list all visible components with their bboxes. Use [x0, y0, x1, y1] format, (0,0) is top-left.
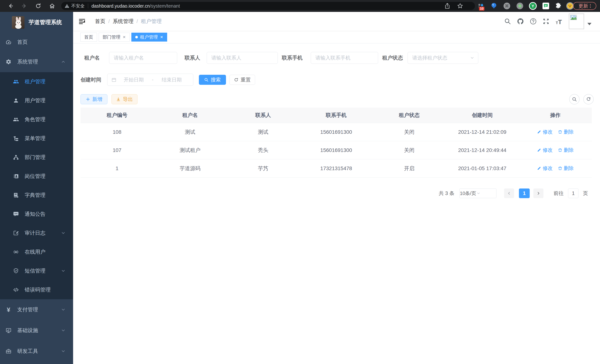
divider	[88, 3, 88, 8]
reset-button[interactable]: 重置	[229, 75, 255, 85]
org-chart-icon	[12, 154, 20, 160]
github-icon[interactable]	[517, 18, 524, 25]
toggle-search-button[interactable]	[569, 94, 580, 104]
svg-text:Y: Y	[532, 4, 534, 8]
sidebar-item-infra[interactable]: 基础设施	[0, 320, 73, 341]
cell-mobile: 15601691300	[300, 147, 373, 153]
text-size-icon[interactable]: TT	[555, 18, 562, 25]
sidebar-item-audit-log[interactable]: 审计日志	[0, 224, 73, 243]
edit-link[interactable]: 修改	[537, 147, 553, 153]
export-button[interactable]: 导出	[112, 94, 138, 104]
badge-icon	[12, 173, 20, 179]
edit-link[interactable]: 修改	[537, 165, 553, 172]
col-header: 租户名	[154, 112, 227, 119]
sidebar-item-home[interactable]: 首页	[0, 33, 73, 51]
cell-mobile: 15601691300	[300, 129, 373, 135]
close-icon[interactable]: ✕	[160, 35, 163, 39]
refresh-icon	[586, 97, 591, 102]
gear-icon	[4, 59, 13, 65]
trash-icon	[558, 130, 562, 134]
contact-input[interactable]	[207, 52, 278, 64]
extension-icon-2[interactable]	[491, 3, 497, 9]
sidebar-item-error-code[interactable]: 错误码管理	[0, 280, 73, 299]
help-icon[interactable]	[530, 18, 536, 25]
forward-icon[interactable]	[21, 3, 28, 9]
trash-icon	[558, 148, 562, 152]
edit-pen-icon	[12, 230, 20, 236]
sidebar-item-tenant[interactable]: 租户管理	[0, 72, 73, 91]
sidebar-item-menu[interactable]: 菜单管理	[0, 129, 73, 148]
sidebar-item-post[interactable]: 岗位管理	[0, 167, 73, 186]
sidebar-item-label: 菜单管理	[25, 135, 46, 142]
breadcrumb-system[interactable]: 系统管理	[113, 18, 134, 25]
extension-icon-3[interactable]: ⌘	[503, 2, 510, 9]
delete-link[interactable]: 删除	[558, 147, 574, 153]
page-size-select[interactable]: 10条/页	[459, 188, 497, 198]
tab-tenant[interactable]: 租户管理✕	[131, 33, 167, 42]
shield-check-icon	[12, 268, 20, 274]
avatar-caret-icon[interactable]	[587, 23, 591, 25]
delete-link[interactable]: 删除	[558, 129, 574, 135]
not-secure-warning-icon	[65, 4, 69, 8]
status-select[interactable]: 请选择租户状态	[408, 52, 478, 64]
main-content: 租户名 联系人 联系手机 租户状态 请选择租户状态 创建时间 开始日期 - 结束…	[73, 43, 600, 364]
add-button[interactable]: 新增	[81, 94, 107, 104]
sidebar-item-role[interactable]: 角色管理	[0, 110, 73, 129]
mobile-input[interactable]	[311, 52, 378, 64]
current-page-button[interactable]: 1	[519, 188, 530, 198]
screen: 不安全 dashboard.yudao.iocoder.cn/system/te…	[0, 0, 600, 364]
app-title: 芋道管理系统	[28, 19, 62, 26]
sidebar-item-devtools[interactable]: 研发工具	[0, 341, 73, 362]
pagination-total: 共 3 条	[439, 188, 454, 198]
sidebar-item-system[interactable]: 系统管理	[0, 51, 73, 72]
url-text[interactable]: dashboard.yudao.iocoder.cn/system/tenant	[92, 3, 180, 9]
sidebar-item-label: 租户管理	[25, 78, 46, 85]
bookmark-star-icon[interactable]	[457, 3, 463, 9]
extension-icon-6[interactable]	[543, 3, 549, 9]
edit-link[interactable]: 修改	[537, 129, 553, 135]
sidebar-item-user[interactable]: 用户管理	[0, 91, 73, 110]
table-header-row: 租户编号 租户名 联系人 联系手机 租户状态 创建时间 操作	[81, 108, 592, 123]
browser-menu-icon[interactable]	[590, 4, 591, 8]
sidebar-item-sms[interactable]: 短信管理	[0, 261, 73, 280]
tenant-name-input[interactable]	[109, 52, 177, 64]
extension-emoji-icon[interactable]	[566, 2, 574, 10]
refresh-table-button[interactable]	[583, 94, 594, 104]
home-icon[interactable]	[49, 3, 55, 9]
back-icon[interactable]	[7, 3, 14, 9]
sidebar-item-payment[interactable]: ¥ 支付管理	[0, 299, 73, 320]
next-page-button[interactable]	[533, 188, 544, 198]
tab-home[interactable]: 首页	[80, 33, 97, 42]
header-search-icon[interactable]	[504, 18, 511, 25]
extension-icon-4[interactable]	[516, 2, 523, 9]
reload-icon[interactable]	[35, 3, 41, 9]
goto-page-input[interactable]	[568, 188, 579, 198]
app-logo	[12, 16, 25, 29]
url-bar[interactable]: 不安全 dashboard.yudao.iocoder.cn/system/te…	[61, 2, 475, 10]
app-logo-row[interactable]: 芋道管理系统	[0, 12, 73, 33]
fullscreen-icon[interactable]	[543, 18, 549, 25]
col-header: 操作	[519, 112, 592, 119]
extension-puzzle-icon[interactable]	[555, 3, 561, 9]
avatar[interactable]	[569, 14, 584, 29]
chevron-down-icon	[470, 56, 474, 60]
share-icon[interactable]	[445, 3, 450, 9]
delete-link[interactable]: 删除	[558, 165, 574, 172]
prev-page-button[interactable]	[504, 188, 514, 198]
browser-update-button[interactable]: 更新	[573, 2, 596, 10]
search-button[interactable]: 搜索	[199, 75, 226, 85]
sidebar-collapse-icon[interactable]	[79, 18, 85, 25]
breadcrumb-separator: /	[108, 18, 110, 24]
create-time-range-picker[interactable]: 开始日期 - 结束日期	[107, 74, 193, 86]
sidebar-item-dept[interactable]: 部门管理	[0, 148, 73, 167]
extension-icon-5[interactable]: Y	[529, 2, 537, 10]
code-icon	[12, 287, 20, 293]
sidebar-item-dict[interactable]: 字典管理	[0, 186, 73, 205]
sidebar-item-notice[interactable]: 通知公告	[0, 205, 73, 224]
sidebar-item-label: 字典管理	[25, 192, 46, 199]
sidebar-item-online-user[interactable]: 在线用户	[0, 243, 73, 261]
tab-dept[interactable]: 部门管理✕	[99, 33, 130, 42]
close-icon[interactable]: ✕	[123, 35, 126, 39]
security-label[interactable]: 不安全	[71, 3, 84, 9]
breadcrumb-home[interactable]: 首页	[95, 18, 105, 25]
